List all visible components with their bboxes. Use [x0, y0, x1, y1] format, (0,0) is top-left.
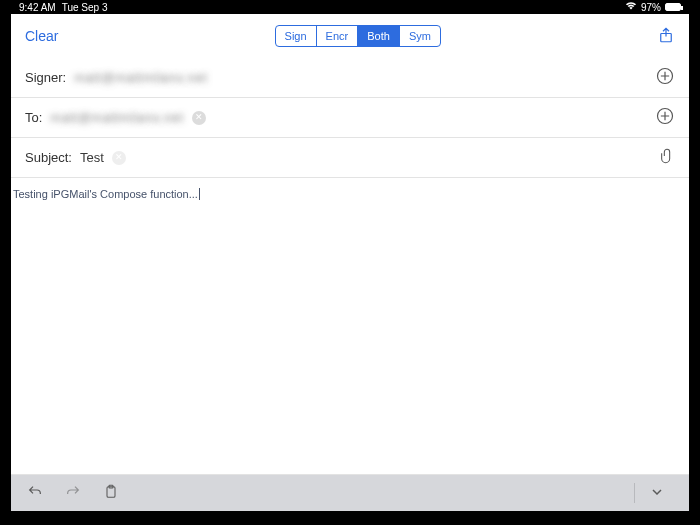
seg-sign[interactable]: Sign — [276, 26, 317, 46]
keyboard-toolbar — [11, 475, 689, 511]
body-text: Testing iPGMail's Compose function... — [13, 188, 200, 200]
undo-icon[interactable] — [27, 484, 43, 503]
status-time: 9:42 AM — [19, 2, 56, 13]
redo-icon[interactable] — [65, 484, 81, 503]
signer-row[interactable]: Signer: matt@mattmilano.net — [11, 58, 689, 98]
seg-both[interactable]: Both — [358, 26, 400, 46]
message-body[interactable]: Testing iPGMail's Compose function... — [11, 178, 689, 475]
add-signer-icon[interactable] — [655, 66, 675, 89]
to-row[interactable]: To: matt@mattmilano.net ✕ — [11, 98, 689, 138]
wifi-icon — [625, 1, 637, 13]
signer-label: Signer: — [25, 70, 66, 85]
attachment-icon[interactable] — [659, 146, 675, 169]
clear-subject-icon[interactable]: ✕ — [112, 151, 126, 165]
status-bar: 9:42 AM Tue Sep 3 97% — [11, 0, 689, 14]
seg-sym[interactable]: Sym — [400, 26, 440, 46]
dismiss-keyboard-icon[interactable] — [649, 484, 665, 503]
to-label: To: — [25, 110, 42, 125]
compose-toolbar: Clear Sign Encr Both Sym — [11, 14, 689, 58]
subject-value[interactable]: Test — [80, 150, 104, 165]
mode-segmented-control[interactable]: Sign Encr Both Sym — [275, 25, 441, 47]
battery-icon — [665, 3, 681, 11]
add-recipient-icon[interactable] — [655, 106, 675, 129]
clear-to-icon[interactable]: ✕ — [192, 111, 206, 125]
clear-button[interactable]: Clear — [25, 28, 58, 44]
seg-encr[interactable]: Encr — [317, 26, 359, 46]
status-date: Tue Sep 3 — [62, 2, 108, 13]
subject-row[interactable]: Subject: Test ✕ — [11, 138, 689, 178]
to-value: matt@mattmilano.net — [50, 110, 183, 125]
separator — [634, 483, 635, 503]
subject-label: Subject: — [25, 150, 72, 165]
share-icon[interactable] — [657, 26, 675, 47]
clipboard-icon[interactable] — [103, 484, 119, 503]
battery-pct: 97% — [641, 2, 661, 13]
signer-value: matt@mattmilano.net — [74, 70, 207, 85]
